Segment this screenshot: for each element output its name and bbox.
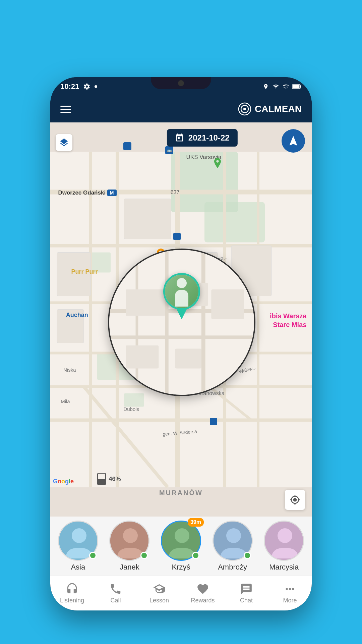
app-header: CALMEAN bbox=[50, 96, 312, 122]
child-avatar-wrap-janek bbox=[109, 521, 149, 561]
rewards-label: Rewards bbox=[191, 597, 215, 604]
ambrozy-name: Ambroży bbox=[218, 563, 247, 572]
svg-point-51 bbox=[72, 528, 86, 543]
svg-point-59 bbox=[278, 528, 292, 543]
svg-point-53 bbox=[123, 528, 138, 543]
asia-name: Asia bbox=[71, 563, 85, 572]
map-area[interactable]: 2021-10-22 Dworzec Gdański M 637 Purr Pu… bbox=[50, 122, 312, 517]
child-avatar-wrap-krzys: 39m bbox=[161, 521, 201, 561]
phone-frame: 10:21 bbox=[50, 77, 312, 610]
battery-icon bbox=[292, 84, 302, 89]
listening-label: Listening bbox=[60, 597, 84, 604]
status-left: 10:21 bbox=[60, 82, 97, 91]
zoom-circle bbox=[108, 249, 255, 396]
svg-rect-42 bbox=[135, 250, 138, 395]
wifi-icon bbox=[272, 84, 280, 90]
status-right bbox=[263, 84, 302, 90]
menu-button[interactable] bbox=[60, 106, 71, 113]
layers-icon bbox=[59, 138, 69, 148]
bus-stop-6 bbox=[210, 418, 217, 425]
app-logo: CALMEAN bbox=[238, 102, 302, 116]
chat-icon bbox=[240, 582, 253, 596]
map-label-637: 637 bbox=[171, 190, 180, 196]
lesson-icon bbox=[153, 582, 166, 596]
camera bbox=[178, 80, 184, 86]
krzys-name: Krzyś bbox=[172, 563, 190, 572]
krzys-distance: 39m bbox=[188, 518, 204, 527]
map-label-dubois: Dubois bbox=[123, 406, 139, 412]
map-label-auchan: Auchan bbox=[66, 312, 88, 319]
map-label-purr: Purr Purr bbox=[71, 268, 98, 275]
children-bar: Asia Janek bbox=[50, 517, 312, 575]
more-label: More bbox=[283, 597, 297, 604]
map-label-niska: Niska bbox=[63, 367, 76, 373]
janek-online-dot bbox=[140, 552, 148, 559]
svg-point-55 bbox=[175, 528, 189, 543]
svg-rect-46 bbox=[126, 345, 159, 369]
battery-percent: 46% bbox=[109, 476, 121, 483]
child-item-janek[interactable]: Janek bbox=[105, 521, 154, 572]
svg-rect-45 bbox=[211, 289, 244, 319]
call-icon bbox=[109, 582, 122, 596]
ibis-hotel-label: ibis WarszaStare Mias bbox=[270, 312, 306, 329]
svg-point-57 bbox=[226, 528, 241, 543]
svg-rect-1 bbox=[300, 86, 301, 88]
nav-call[interactable]: Call bbox=[94, 576, 137, 610]
chat-label: Chat bbox=[240, 597, 253, 604]
child-item-ambrozy[interactable]: Ambroży bbox=[208, 521, 257, 572]
bus-stop-3 bbox=[173, 233, 181, 240]
muranow-label: MURANÓW bbox=[159, 489, 203, 497]
notification-dot bbox=[95, 85, 97, 88]
call-label: Call bbox=[110, 597, 121, 604]
child-avatar-wrap-marcysia bbox=[264, 521, 304, 561]
crosshair-button[interactable] bbox=[285, 490, 305, 510]
svg-rect-25 bbox=[124, 199, 171, 239]
bottom-nav: Listening Call Lesson bbox=[50, 575, 312, 610]
settings-icon bbox=[83, 83, 90, 90]
child-avatar-wrap-asia bbox=[58, 521, 98, 561]
logo-icon bbox=[238, 102, 251, 116]
nav-listening[interactable]: Listening bbox=[50, 576, 94, 610]
varsovia-pin bbox=[213, 158, 223, 170]
bus-stop-1: 🚌 bbox=[165, 146, 173, 154]
nav-chat[interactable]: Chat bbox=[225, 576, 268, 610]
janek-name: Janek bbox=[120, 563, 139, 572]
calendar-icon bbox=[175, 133, 184, 143]
svg-rect-37 bbox=[109, 250, 254, 395]
child-avatar-wrap-ambrozy bbox=[213, 521, 253, 561]
map-label-dworzec: Dworzec Gdański M bbox=[58, 190, 116, 196]
map-view-icon[interactable] bbox=[56, 134, 72, 151]
krzys-online-dot bbox=[192, 552, 199, 559]
marcysia-name: Marcysia bbox=[269, 563, 299, 572]
svg-rect-2 bbox=[293, 85, 300, 88]
child-item-marcysia[interactable]: Marcysia bbox=[259, 521, 308, 572]
status-time: 10:21 bbox=[60, 82, 79, 91]
svg-rect-47 bbox=[175, 349, 201, 369]
svg-rect-11 bbox=[124, 393, 144, 407]
ambrozy-online-dot bbox=[244, 552, 251, 559]
nav-rewards[interactable]: Rewards bbox=[181, 576, 225, 610]
child-item-krzys[interactable]: 39m Krzyś bbox=[157, 521, 205, 572]
bus-stop-2 bbox=[123, 142, 131, 150]
child-item-asia[interactable]: Asia bbox=[54, 521, 103, 572]
navigate-button[interactable] bbox=[282, 129, 305, 153]
svg-rect-8 bbox=[204, 202, 265, 243]
date-pill[interactable]: 2021-10-22 bbox=[167, 129, 238, 147]
svg-rect-40 bbox=[165, 250, 169, 395]
listening-icon bbox=[65, 582, 79, 596]
map-label-mila: Mila bbox=[61, 398, 70, 404]
child-avatar-marcysia bbox=[264, 521, 304, 561]
logo-text: CALMEAN bbox=[255, 104, 302, 114]
svg-rect-43 bbox=[126, 289, 165, 316]
svg-point-48 bbox=[177, 278, 187, 288]
nav-more[interactable]: More bbox=[268, 576, 312, 610]
lesson-label: Lesson bbox=[149, 597, 169, 604]
location-icon bbox=[263, 84, 269, 90]
google-watermark: Google bbox=[53, 477, 76, 485]
child-location-pin bbox=[163, 273, 200, 319]
svg-text:Google: Google bbox=[53, 478, 74, 485]
nav-lesson[interactable]: Lesson bbox=[137, 576, 181, 610]
svg-rect-41 bbox=[201, 250, 205, 395]
svg-rect-39 bbox=[109, 335, 254, 339]
battery-info: 46% bbox=[97, 473, 121, 485]
